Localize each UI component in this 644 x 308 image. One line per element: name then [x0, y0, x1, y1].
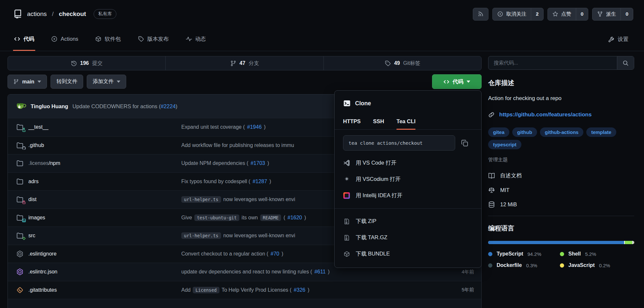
vscodium-icon: [343, 176, 350, 183]
search-icon: [622, 60, 629, 66]
download-bundle-item[interactable]: 下载 BUNDLE: [335, 246, 481, 262]
code-search: [488, 56, 634, 70]
repo-name-link[interactable]: checkout: [59, 10, 86, 18]
website-link[interactable]: https://github.com/features/actions: [499, 111, 592, 118]
issue-link[interactable]: #1287: [253, 179, 267, 184]
language-bar[interactable]: [488, 241, 634, 244]
topic-pill[interactable]: github-actions: [540, 127, 583, 137]
law-scales-icon: [488, 187, 495, 194]
license-row[interactable]: MIT: [488, 183, 634, 197]
open-intellij-item[interactable]: 用 Intellij IDEA 打开: [335, 187, 481, 204]
tab-releases[interactable]: 版本发布: [137, 28, 170, 51]
tags-label: Git标签: [403, 60, 420, 67]
branches-stat[interactable]: 47 分支: [165, 56, 323, 70]
zip-file-icon: [343, 235, 350, 241]
language-name: TypeScript: [497, 251, 523, 257]
topic-pill[interactable]: template: [586, 127, 616, 137]
search-button[interactable]: [617, 56, 634, 69]
forks-count[interactable]: 0: [621, 8, 633, 20]
open-vscode-item[interactable]: 用 VS Code 打开: [335, 155, 481, 171]
issue-link[interactable]: #1703: [250, 160, 265, 166]
tab-ssh[interactable]: SSH: [373, 118, 384, 130]
eslint-file-icon: [16, 268, 25, 276]
code-chip: README: [260, 214, 281, 221]
file-age: 4年前: [438, 269, 474, 275]
rss-icon: [478, 11, 484, 17]
file-name: src: [28, 233, 35, 238]
language-item[interactable]: TypeScript 94.2%: [488, 251, 560, 257]
manage-topics-link[interactable]: 管理主题: [488, 157, 508, 163]
code-icon: [443, 79, 449, 85]
fork-button[interactable]: 派生 0: [592, 8, 633, 21]
tab-activity[interactable]: 动态: [185, 28, 207, 51]
repo-tabbar: 代码 Actions 软件包 版本发布: [0, 28, 644, 51]
issue-link[interactable]: #326: [294, 287, 306, 293]
open-vscodium-item[interactable]: 用 VSCodium 打开: [335, 171, 481, 187]
clone-download-items: 下载 ZIP 下载 TAR.GZ 下载 BUNDLE: [335, 213, 481, 262]
zip-file-icon: [343, 218, 350, 225]
file-name: .eslintrc.json: [28, 269, 57, 274]
download-zip-item[interactable]: 下载 ZIP: [335, 213, 481, 229]
tab-actions[interactable]: Actions: [50, 28, 79, 51]
star-button[interactable]: 点赞 0: [547, 8, 589, 21]
language-dot: [560, 252, 564, 256]
header-actions: 取消关注 2 点赞 0 派生: [473, 8, 633, 21]
language-bar-segment: [488, 241, 624, 244]
readme-label: 自述文档: [500, 172, 522, 179]
commit-author[interactable]: Tingluo Huang: [31, 103, 68, 110]
file-name: .github: [28, 142, 44, 148]
tab-code[interactable]: 代码: [13, 28, 35, 51]
tab-https[interactable]: HTTPS: [343, 118, 361, 130]
clone-url-input[interactable]: [343, 135, 455, 151]
tab-packages[interactable]: 软件包: [94, 28, 122, 51]
commits-label: 提交: [92, 60, 103, 67]
branches-label: 分支: [248, 60, 259, 67]
language-item[interactable]: Shell 5.2%: [560, 251, 634, 257]
avatar[interactable]: [15, 101, 26, 112]
watchers-count[interactable]: 2: [531, 8, 543, 20]
rss-button[interactable]: [473, 8, 488, 21]
language-item[interactable]: Dockerfile 0.3%: [488, 262, 560, 268]
repo-owner-link[interactable]: actions: [27, 10, 47, 18]
chevron-down-icon: [467, 81, 470, 83]
issue-link[interactable]: #1620: [288, 215, 302, 221]
commit-issue-link[interactable]: #2224: [161, 103, 176, 110]
eslint-file-icon: [16, 250, 25, 258]
octocat-badge-icon: [22, 146, 26, 150]
issue-link[interactable]: #1946: [247, 124, 262, 130]
add-file-button[interactable]: 添加文件: [87, 75, 126, 89]
issue-link[interactable]: #611: [314, 269, 325, 275]
clone-open-items: 用 VS Code 打开 用 VSCodium 打开 用 Intellij ID…: [335, 155, 481, 204]
branch-icon: [230, 60, 236, 66]
copy-button[interactable]: [461, 139, 468, 147]
tags-stat[interactable]: 49 Git标签: [323, 56, 481, 70]
topic-pill[interactable]: github: [512, 127, 537, 137]
language-name: Shell: [568, 251, 581, 257]
language-item[interactable]: JavaScript 0.2%: [560, 262, 634, 268]
clone-protocol-tabs: HTTPS SSH Tea CLI: [335, 118, 481, 130]
tab-tea-cli[interactable]: Tea CLI: [397, 118, 415, 130]
branch-selector[interactable]: main: [7, 75, 47, 89]
language-percent: 94.2%: [528, 251, 542, 257]
branches-count: 47: [240, 60, 246, 66]
download-targz-item[interactable]: 下载 TAR.GZ: [335, 229, 481, 246]
issue-link[interactable]: #70: [271, 251, 279, 257]
unwatch-button[interactable]: 取消关注 2: [492, 8, 544, 21]
code-download-button[interactable]: 代码: [432, 74, 482, 89]
unwatch-label: 取消关注: [506, 11, 526, 18]
visibility-badge: 私有库: [94, 9, 116, 19]
readme-row[interactable]: 自述文档: [488, 169, 634, 183]
stars-count[interactable]: 0: [576, 8, 588, 20]
topic-pill[interactable]: gitea: [488, 127, 509, 137]
size-row[interactable]: 12 MiB: [488, 197, 634, 212]
search-input[interactable]: [488, 56, 617, 69]
topic-pill[interactable]: typescript: [488, 140, 521, 149]
commits-stat[interactable]: 196 提交: [8, 56, 165, 70]
sidebar-divider: [488, 216, 634, 216]
repo-book-icon: [13, 9, 23, 19]
file-name: images: [28, 215, 45, 220]
repo-stats-bar: 196 提交 47 分支 49 Git标签: [7, 56, 482, 70]
tab-settings[interactable]: 设置: [608, 28, 628, 51]
goto-file-button[interactable]: 转到文件: [51, 75, 83, 89]
file-commit-message: Add Licensed To Help Verify Prod License…: [181, 287, 438, 293]
